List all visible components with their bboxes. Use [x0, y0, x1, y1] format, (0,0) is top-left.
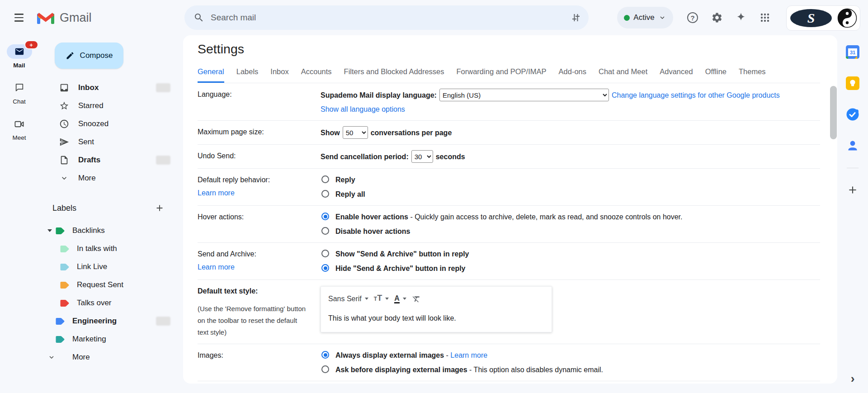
search-options-icon[interactable] — [566, 8, 586, 28]
radio-show-send-archive[interactable] — [321, 250, 329, 257]
status-dropdown[interactable]: Active — [617, 7, 673, 28]
radio-always-display-images[interactable] — [321, 351, 329, 359]
mail-badge: + — [24, 40, 38, 49]
cancellation-period-select[interactable]: 30 — [411, 150, 433, 163]
radio-ask-before-images[interactable] — [321, 365, 329, 373]
mail-icon — [14, 47, 24, 57]
tab-offline[interactable]: Offline — [705, 67, 726, 83]
get-addons-button[interactable] — [843, 180, 863, 200]
main-menu-button[interactable] — [8, 7, 30, 28]
hide-send-archive-option[interactable]: Hide "Send & Archive" button in reply — [321, 263, 820, 274]
tab-forwarding[interactable]: Forwarding and POP/IMAP — [457, 67, 547, 83]
gemini-button[interactable] — [731, 8, 751, 28]
send-archive-learn-more-link[interactable]: Learn more — [198, 263, 235, 271]
plus-icon — [847, 184, 859, 196]
radio-enable-hover[interactable] — [321, 213, 329, 220]
label-row-marketing[interactable]: Marketing — [38, 330, 183, 348]
profile-avatar[interactable] — [837, 8, 857, 28]
font-size-dropdown[interactable] — [374, 293, 389, 305]
change-language-link[interactable]: Change language settings for other Googl… — [612, 90, 780, 101]
sidebar-item-inbox[interactable]: Inbox — [38, 79, 183, 97]
apps-button[interactable] — [755, 8, 775, 28]
search-input[interactable] — [211, 13, 566, 23]
tab-labels[interactable]: Labels — [236, 67, 259, 83]
rail-label-meet: Meet — [12, 134, 26, 141]
radio-hide-send-archive[interactable] — [321, 264, 329, 272]
sidebar-item-drafts[interactable]: Drafts — [38, 151, 183, 169]
show-all-language-options-link[interactable]: Show all language options — [321, 105, 405, 113]
sidebar-item-sent[interactable]: Sent — [38, 133, 183, 151]
scrollbar[interactable] — [830, 86, 837, 139]
gmail-logo[interactable]: Gmail — [36, 10, 92, 25]
ask-before-images-option[interactable]: Ask before displaying external images - … — [321, 364, 820, 375]
settings-button[interactable] — [707, 8, 727, 28]
tab-themes[interactable]: Themes — [739, 67, 766, 83]
tab-filters[interactable]: Filters and Blocked Addresses — [344, 67, 444, 83]
sidebar-item-snoozed[interactable]: Snoozed — [38, 115, 183, 133]
help-button[interactable] — [683, 8, 703, 28]
label-row-request-sent[interactable]: Request Sent — [38, 276, 183, 294]
rail-item-chat[interactable]: Chat — [7, 80, 32, 105]
top-bar: Gmail Active — [0, 0, 868, 35]
labels-list: Backlinks In talks with Link Live Reques… — [38, 222, 183, 366]
rail-item-mail[interactable]: + Mail — [7, 44, 32, 69]
blurred-count — [156, 83, 170, 92]
show-send-archive-option[interactable]: Show "Send & Archive" button in reply — [321, 248, 820, 260]
search-bar[interactable] — [184, 5, 589, 30]
gmail-m-icon — [36, 10, 55, 25]
text-color-dropdown[interactable]: A — [394, 294, 406, 303]
tab-accounts[interactable]: Accounts — [301, 67, 332, 83]
label-tag-icon — [56, 336, 65, 343]
keep-button[interactable] — [843, 73, 863, 93]
label-row-backlinks[interactable]: Backlinks — [38, 222, 183, 240]
sidebar-item-starred[interactable]: Starred — [38, 97, 183, 115]
show-prefix: Show — [321, 127, 340, 138]
rail-item-meet[interactable]: Meet — [7, 117, 32, 141]
tasks-button[interactable] — [843, 104, 863, 124]
calendar-button[interactable]: 31 — [843, 42, 863, 62]
disable-hover-option[interactable]: Disable hover actions — [321, 226, 820, 237]
reply-learn-more-link[interactable]: Learn more — [198, 189, 235, 197]
create-label-button[interactable] — [152, 201, 167, 215]
tab-addons[interactable]: Add-ons — [559, 67, 586, 83]
tab-chat-and-meet[interactable]: Chat and Meet — [599, 67, 647, 83]
page-size-select[interactable]: 50 — [343, 126, 368, 139]
plus-icon — [155, 203, 165, 213]
radio-reply-all[interactable] — [321, 190, 329, 198]
label-row-talks-over[interactable]: Talks over — [38, 294, 183, 312]
always-display-images-option[interactable]: Always display external images - Learn m… — [321, 350, 820, 361]
hide-side-panel-button[interactable] — [851, 374, 855, 385]
tab-advanced[interactable]: Advanced — [660, 67, 693, 83]
tab-general[interactable]: General — [198, 67, 224, 83]
tab-inbox[interactable]: Inbox — [270, 67, 288, 83]
radio-reply[interactable] — [321, 175, 329, 183]
remove-formatting-button[interactable] — [412, 294, 421, 303]
panel-divider — [847, 168, 859, 168]
settings-panel: Settings General Labels Inbox Accounts F… — [183, 35, 837, 384]
labels-more[interactable]: More — [38, 348, 183, 366]
radio-disable-hover[interactable] — [321, 227, 329, 235]
row-label: Send and Archive: — [198, 248, 321, 260]
reply-all-option[interactable]: Reply all — [321, 189, 820, 200]
search-icon[interactable] — [189, 8, 209, 28]
display-language-select[interactable]: English (US) — [439, 89, 609, 101]
label-row-engineering[interactable]: Engineering — [38, 312, 183, 330]
font-family-dropdown[interactable]: Sans Serif — [328, 293, 368, 304]
label-expander[interactable] — [47, 229, 56, 232]
clock-icon — [59, 119, 69, 129]
text-style-note: (Use the 'Remove formatting' button on t… — [198, 303, 306, 338]
reply-option[interactable]: Reply — [321, 174, 820, 185]
row-label: Maximum page size: — [198, 126, 321, 139]
settings-rows: Language: Supademo Mail display language… — [198, 83, 820, 384]
label-row-in-talks-with[interactable]: In talks with — [38, 240, 183, 258]
option-label: Disable hover actions — [335, 226, 410, 237]
contacts-button[interactable] — [843, 136, 863, 156]
sidebar-item-more[interactable]: More — [38, 169, 183, 187]
label-row-link-live[interactable]: Link Live — [38, 258, 183, 276]
compose-button[interactable]: Compose — [55, 43, 123, 69]
enable-hover-option[interactable]: Enable hover actions - Quickly gain acce… — [321, 211, 820, 223]
blurred-count — [156, 317, 170, 326]
images-learn-more-link[interactable]: Learn more — [450, 351, 487, 359]
sidebar: Compose Inbox Starred Snoozed — [38, 35, 183, 393]
profile-card[interactable]: S — [786, 5, 860, 31]
